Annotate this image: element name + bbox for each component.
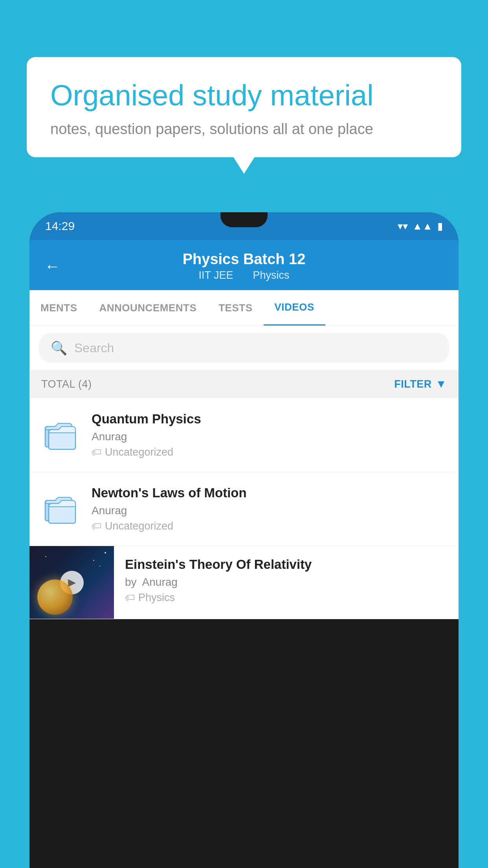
tag-icon-2: 🏷 <box>92 520 102 532</box>
video-list: Quantum Physics Anurag 🏷 Uncategorized <box>29 398 459 619</box>
list-item[interactable]: Newton's Laws of Motion Anurag 🏷 Uncateg… <box>29 472 459 546</box>
search-icon: 🔍 <box>51 340 67 356</box>
headline: Organised study material <box>50 79 438 112</box>
tab-tests[interactable]: TESTS <box>207 291 263 325</box>
total-label: TOTAL (4) <box>41 378 92 390</box>
tag-label-1: Uncategorized <box>105 446 173 458</box>
status-time: 14:29 <box>45 219 75 233</box>
wifi-icon: ▾▾ <box>398 220 408 232</box>
battery-icon: ▮ <box>437 220 443 232</box>
status-icons: ▾▾ ▲▲ ▮ <box>398 220 443 232</box>
header-title-block: Physics Batch 12 IIT JEE Physics <box>183 251 306 281</box>
filter-row: TOTAL (4) FILTER ▼ <box>29 370 459 398</box>
video-author-1: Anurag <box>92 430 447 443</box>
tag-label-2: Uncategorized <box>105 520 173 532</box>
header-subtitle: IIT JEE Physics <box>183 269 306 281</box>
notch <box>220 212 268 227</box>
video-info-2: Newton's Laws of Motion Anurag 🏷 Uncateg… <box>92 485 447 532</box>
video-title-2: Newton's Laws of Motion <box>92 485 447 500</box>
video-tag-3: 🏷 Physics <box>125 592 448 604</box>
video-title-3: Einstein's Theory Of Relativity <box>125 557 448 572</box>
filter-label: FILTER <box>394 378 431 390</box>
filter-button[interactable]: FILTER ▼ <box>394 378 447 390</box>
speech-bubble-container: Organised study material notes, question… <box>27 57 461 157</box>
video-author-2: Anurag <box>92 504 447 517</box>
signal-icon: ▲▲ <box>413 220 433 232</box>
video-folder-icon-1 <box>41 412 81 455</box>
tabs-bar: MENTS ANNOUNCEMENTS TESTS VIDEOS <box>29 290 459 326</box>
video-title-1: Quantum Physics <box>92 412 447 427</box>
video-info-1: Quantum Physics Anurag 🏷 Uncategorized <box>92 412 447 458</box>
header-title: Physics Batch 12 <box>183 251 306 268</box>
list-item[interactable]: ▶ Einstein's Theory Of Relativity by Anu… <box>29 546 459 619</box>
video-thumbnail-3: ▶ <box>29 546 114 619</box>
tab-videos[interactable]: VIDEOS <box>264 290 325 326</box>
back-button[interactable]: ← <box>44 257 60 275</box>
tag-icon-3: 🏷 <box>125 592 135 604</box>
list-item[interactable]: Quantum Physics Anurag 🏷 Uncategorized <box>29 398 459 472</box>
tag-label-3: Physics <box>138 592 175 604</box>
video-folder-icon-2 <box>41 485 81 529</box>
app-header: ← Physics Batch 12 IIT JEE Physics <box>29 240 459 290</box>
tab-announcements[interactable]: ANNOUNCEMENTS <box>88 291 208 325</box>
planet-decoration <box>37 579 73 615</box>
search-placeholder: Search <box>74 341 114 355</box>
subtitle-part1: IIT JEE <box>198 269 233 281</box>
tag-icon-1: 🏷 <box>92 446 102 458</box>
phone-frame: 14:29 ▾▾ ▲▲ ▮ ← Physics Batch 12 IIT JEE… <box>29 212 459 868</box>
search-container: 🔍 Search <box>29 326 459 370</box>
author-name-3: Anurag <box>142 576 178 588</box>
subtitle-part2: Physics <box>253 269 290 281</box>
speech-bubble: Organised study material notes, question… <box>27 57 461 157</box>
video-info-3: Einstein's Theory Of Relativity by Anura… <box>114 546 459 615</box>
status-bar: 14:29 ▾▾ ▲▲ ▮ <box>29 212 459 240</box>
video-tag-1: 🏷 Uncategorized <box>92 446 447 458</box>
video-tag-2: 🏷 Uncategorized <box>92 520 447 532</box>
tab-ments[interactable]: MENTS <box>29 291 88 325</box>
search-bar[interactable]: 🔍 Search <box>39 333 449 363</box>
filter-icon: ▼ <box>436 378 447 390</box>
video-author-3: by Anurag <box>125 576 448 588</box>
subtext: notes, question papers, solutions all at… <box>50 121 438 138</box>
author-prefix-3: by <box>125 576 137 588</box>
